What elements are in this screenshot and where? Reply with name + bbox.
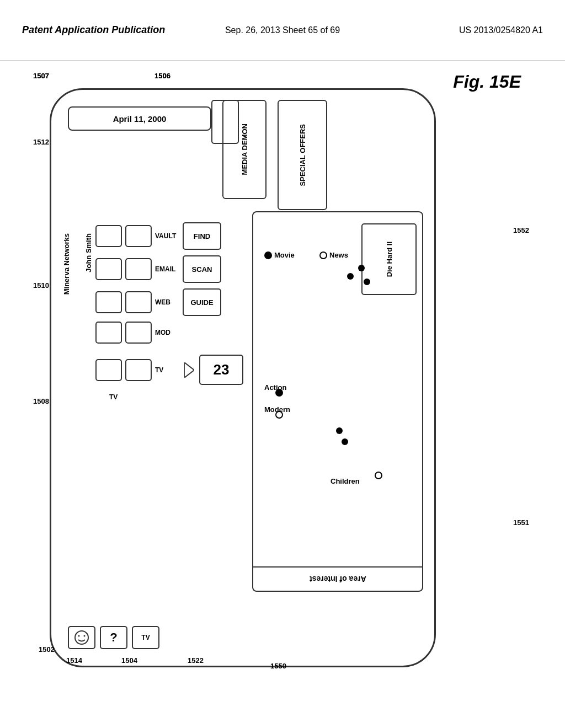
- scatter-dot-7: [342, 438, 348, 445]
- ref-label-1507: 1507: [33, 72, 49, 80]
- ref-label-1514: 1514: [66, 656, 82, 665]
- nav-icon-vault-2[interactable]: [125, 225, 152, 247]
- nav-row-mod: MOD: [95, 322, 179, 344]
- diagram-area: 1507 1506 April 11, 2000 MEDIA DEMON SPE…: [33, 66, 532, 706]
- ref-label-1504: 1504: [121, 656, 137, 665]
- aoi-content: Die Hard II Movie News Action: [259, 218, 417, 563]
- publication-title: Patent Application Publication: [22, 24, 196, 36]
- special-offers-box: SPECIAL OFFERS: [278, 100, 327, 210]
- svg-point-3: [84, 635, 86, 637]
- scatter-dot-1: [347, 273, 354, 280]
- nav-btn-guide[interactable]: GUIDE: [183, 288, 221, 316]
- nav-label-web: WEB: [155, 298, 179, 306]
- nav-icon-vault-1[interactable]: [95, 225, 122, 247]
- aoi-panel: Die Hard II Movie News Action: [252, 211, 423, 592]
- scatter-dot-8: [375, 472, 382, 479]
- nav-row-web: WEB GUIDE: [95, 288, 221, 316]
- ref-label-1522: 1522: [188, 656, 204, 665]
- ref-label-1512: 1512: [33, 138, 49, 146]
- page-header: Patent Application Publication Sep. 26, …: [0, 0, 565, 61]
- nav-label-email: EMAIL: [155, 265, 179, 273]
- patent-number: US 2013/0254820 A1: [369, 25, 543, 35]
- scatter-dot-6: [336, 427, 343, 434]
- nav-icon-web-1[interactable]: [95, 291, 122, 313]
- ref-label-1551: 1551: [513, 518, 529, 527]
- nav-icon-tv-2[interactable]: [125, 359, 152, 381]
- ref-label-1550: 1550: [270, 662, 286, 670]
- tv-text: TV: [109, 393, 118, 401]
- nav-icon-mod-1[interactable]: [95, 322, 122, 344]
- movie-dot-icon: [264, 251, 272, 259]
- play-icon: [183, 359, 196, 381]
- axis-children: Children: [331, 477, 360, 485]
- nav-btn-scan[interactable]: SCAN: [183, 255, 221, 283]
- scatter-dot-3: [364, 279, 370, 285]
- scatter-dot-4: [275, 389, 283, 397]
- nav-icon-email-2[interactable]: [125, 258, 152, 280]
- nav-icon-mod-2[interactable]: [125, 322, 152, 344]
- news-label: News: [329, 251, 348, 259]
- legend-movie: Movie: [264, 251, 295, 259]
- ref-label-1502: 1502: [39, 645, 55, 654]
- bottom-icons-row: ? TV: [68, 626, 159, 649]
- user-label: John Smith: [84, 233, 93, 272]
- nav-icon-web-2[interactable]: [125, 291, 152, 313]
- nav-row-vault: VAULT FIND: [95, 222, 221, 250]
- nav-label-mod: MOD: [155, 329, 179, 336]
- aoi-title-text: Area of Interest: [310, 575, 366, 584]
- news-dot-icon: [319, 251, 327, 259]
- company-label: Minerva Networks: [62, 233, 71, 295]
- scatter-dot-2: [358, 265, 365, 271]
- smiley-icon[interactable]: [68, 626, 95, 649]
- nav-label-tv: TV: [155, 366, 179, 374]
- nav-icon-tv-1[interactable]: [95, 359, 122, 381]
- nav-icon-email-1[interactable]: [95, 258, 122, 280]
- legend-news: News: [319, 251, 348, 259]
- nav-row-email: EMAIL SCAN: [95, 255, 221, 283]
- svg-point-1: [75, 631, 88, 644]
- movie-label: Movie: [274, 251, 295, 259]
- sheet-info: Sep. 26, 2013 Sheet 65 of 69: [196, 25, 370, 35]
- ref-label-1510: 1510: [33, 281, 49, 290]
- scatter-dot-5: [275, 411, 283, 419]
- icon-box-media: [211, 100, 239, 144]
- device-frame: April 11, 2000 MEDIA DEMON SPECIAL OFFER…: [50, 88, 436, 667]
- tv-bottom-icon[interactable]: TV: [132, 626, 159, 649]
- aoi-title-bar: Area of Interest: [253, 566, 422, 591]
- nav-label-vault: VAULT: [155, 232, 179, 240]
- ref-label-1552: 1552: [513, 226, 529, 234]
- svg-marker-0: [184, 362, 194, 378]
- ref-label-1506: 1506: [154, 72, 170, 80]
- svg-point-2: [78, 635, 80, 637]
- nav-btn-find[interactable]: FIND: [183, 222, 221, 250]
- date-bar: April 11, 2000: [68, 106, 211, 131]
- channel-display[interactable]: 23: [199, 355, 243, 385]
- die-hard-box: Die Hard II: [361, 223, 417, 295]
- nav-row-tv: TV 23: [95, 355, 243, 385]
- ref-label-1508: 1508: [33, 397, 49, 405]
- question-icon[interactable]: ?: [100, 626, 127, 649]
